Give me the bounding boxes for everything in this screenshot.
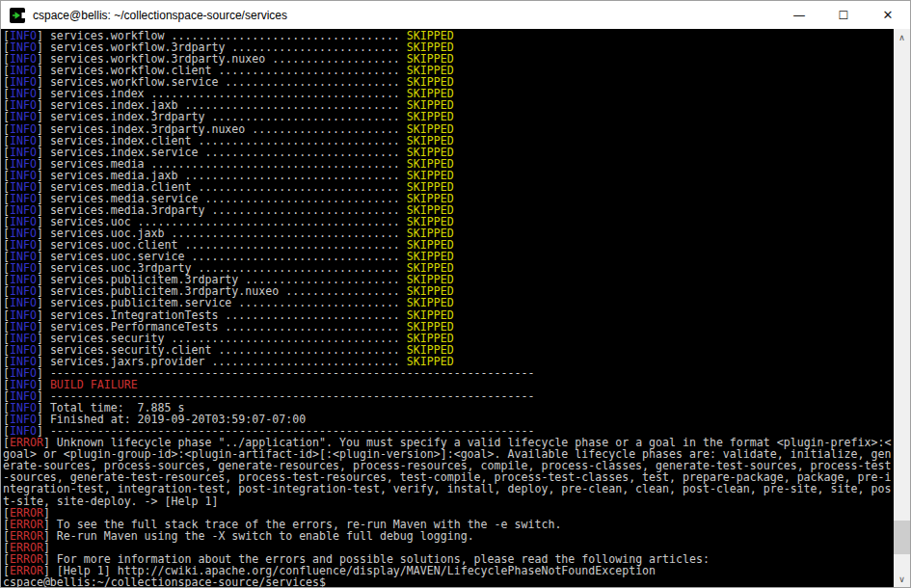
window-title: cspace@bellis: ~/collectionspace-source/… [33,9,777,22]
terminal-line: cspace@bellis:~/collectionspace-source/s… [3,576,894,587]
terminal-line: t-site, site-deploy. -> [Help 1] [3,495,894,507]
terminal-viewport[interactable]: [INFO] services.workflow ...............… [1,29,910,587]
terminal-window: cspace@bellis: ~/collectionspace-source/… [0,0,911,588]
terminal-output[interactable]: [INFO] services.workflow ...............… [1,29,894,587]
scrollbar-thumb[interactable] [894,521,910,554]
title-bar[interactable]: cspace@bellis: ~/collectionspace-source/… [1,1,910,29]
scrollbar[interactable]: ∧ ∨ [894,29,910,587]
scroll-up-icon[interactable]: ∧ [894,29,910,45]
window-controls: — ☐ ✕ [777,1,910,29]
terminal-line: [ERROR] Re-run Maven using the -X switch… [3,530,894,542]
close-button[interactable]: ✕ [866,1,910,29]
maximize-button[interactable]: ☐ [821,1,866,29]
minimize-button[interactable]: — [777,1,821,29]
terminal-icon [10,8,25,23]
scroll-down-icon[interactable]: ∨ [894,571,910,587]
